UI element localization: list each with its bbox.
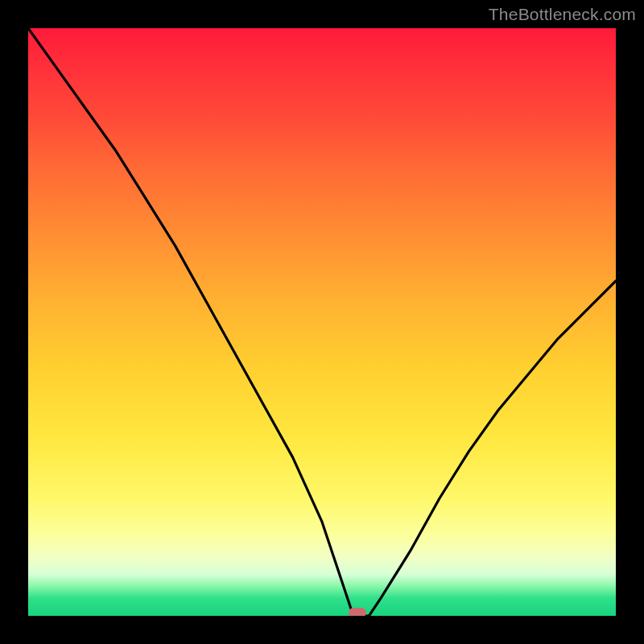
plot-area xyxy=(28,28,616,616)
bottleneck-curve xyxy=(28,28,616,616)
watermark-text: TheBottleneck.com xyxy=(489,5,636,24)
optimum-marker xyxy=(349,608,366,616)
curve-layer xyxy=(28,28,616,616)
chart-frame: TheBottleneck.com xyxy=(0,0,644,644)
